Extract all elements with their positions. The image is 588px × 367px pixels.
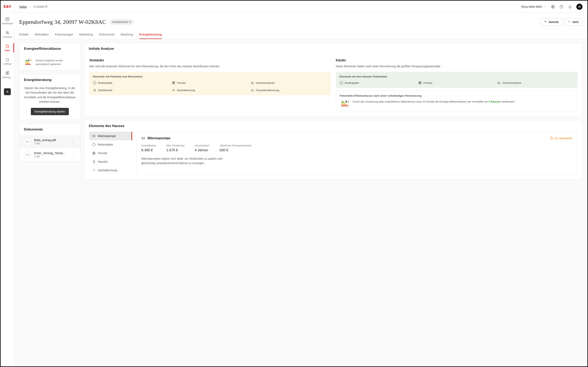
analysis-title: Initiale Analyse	[84, 43, 582, 54]
category-chip-label: Straßenkartei	[112, 20, 128, 24]
bell-icon[interactable]	[568, 4, 572, 9]
start-advice-button[interactable]: Energieberatung starten	[31, 108, 69, 115]
svg-point-3	[8, 32, 9, 33]
svg-point-8	[568, 21, 568, 22]
warning-icon	[550, 136, 553, 140]
page-title: Eppendorfweg 34, 20097 W-02K8AC	[19, 19, 106, 25]
advice-card-title: Energieberatung	[19, 74, 80, 86]
sidebar-item-label: Develop...	[2, 76, 12, 78]
shop-selector-label: Shop Mitte MMC	[521, 5, 543, 8]
breadcrumb: Sales › D-000G7F	[19, 5, 48, 8]
sidebar-item-lettings[interactable]: Lettings	[1, 57, 14, 65]
sidebar-item-sales[interactable]: Sales	[1, 44, 14, 52]
seller-heading: Verkäufer	[89, 58, 331, 62]
more-button-label: Mehr	[572, 20, 579, 24]
activity-button[interactable]: Aktivität	[540, 18, 562, 26]
documents-card-title: Dokumente	[19, 124, 80, 135]
svg-rect-16	[339, 81, 343, 85]
document-more-button[interactable]: ⋮	[71, 139, 76, 144]
plus-icon: +	[6, 90, 9, 94]
svg-rect-15	[174, 83, 175, 84]
svg-rect-29	[142, 137, 145, 139]
detail-title: Wärmepumpe	[141, 136, 170, 140]
breadcrumb-root[interactable]: Sales	[19, 5, 27, 8]
sidebar-item-dashboard[interactable]: 31 Dashboard	[1, 17, 14, 25]
plus-icon	[544, 20, 547, 24]
house-icon	[5, 57, 9, 62]
efficiency-letter: G	[28, 59, 30, 62]
element-list-item-bodenplatte[interactable]: Bodenplatte	[89, 140, 132, 149]
tab-details[interactable]: Details	[19, 30, 29, 39]
stat-funding: Max Förderung1.670 €	[166, 144, 184, 152]
element-list-item-haustuer[interactable]: Haustür	[89, 157, 132, 166]
globe-icon[interactable]	[551, 4, 555, 9]
element-bodenplatte: Bodenplatte	[339, 81, 416, 85]
tab-aktivitaeten[interactable]: Aktivitäten	[35, 30, 49, 39]
buildings-icon	[5, 71, 9, 75]
document-row[interactable]: PDF Enter_Vertrag_Templ... 3 MB ⋮	[19, 148, 80, 161]
topbar: Sales › D-000G7F Shop Mitte MMC JD	[14, 1, 587, 13]
element-list-item-dachdaemmung[interactable]: Dachdämmung	[89, 166, 132, 175]
element-geschossdecke: Geschossdecke	[497, 81, 574, 85]
tab-matching[interactable]: Matching	[121, 30, 133, 39]
tabs: Details Aktivitäten Fotomanager Marketin…	[19, 30, 582, 39]
avatar[interactable]: JD	[576, 4, 582, 10]
help-icon[interactable]	[559, 4, 564, 9]
potential-text: Durch die Umsetzung aller empfohlenen Ma…	[353, 100, 515, 104]
svg-rect-17	[419, 82, 420, 83]
category-chip[interactable]: Straßenkartei ▾	[109, 19, 134, 25]
svg-rect-26	[94, 153, 95, 154]
svg-rect-14	[172, 83, 173, 84]
element-dachfenster: Dachfenster	[93, 88, 170, 92]
caret-down-icon: ▾	[130, 20, 131, 24]
svg-rect-12	[172, 82, 173, 83]
pdf-icon: PDF	[24, 151, 31, 158]
page-header: Eppendorfweg 34, 20097 W-02K8AC Straßenk…	[14, 13, 587, 39]
element-dachdaemmung: Dachdämmung	[172, 88, 249, 92]
buyer-elements-box: Elemente mit den meisten Potentialen Bod…	[336, 72, 578, 88]
documents-card: Dokumente PDF Bafa_antrag.pdf 3 MB ⋮ PDF	[19, 124, 80, 161]
tab-marketing[interactable]: Marketing	[79, 30, 93, 39]
tab-energieberatung[interactable]: Energieberatung	[139, 30, 162, 39]
calendar-icon: 31	[5, 17, 9, 21]
breadcrumb-id: D-000G7F	[34, 5, 48, 8]
svg-rect-4	[6, 72, 7, 75]
efficiency-note: Dieses Ergebnis wurde automatisch generi…	[35, 59, 76, 66]
people-icon	[5, 30, 9, 35]
element-list-item-heatpump[interactable]: Wärmepumpe	[89, 132, 132, 140]
tab-fotomanager[interactable]: Fotomanager	[55, 30, 73, 39]
seller-elements-box: Elemente mit Potential zum Renovieren Bo…	[89, 72, 331, 95]
svg-point-28	[94, 161, 95, 162]
potential-dot	[348, 101, 349, 102]
svg-rect-25	[93, 153, 94, 154]
shop-selector[interactable]: Shop Mitte MMC	[521, 5, 546, 8]
element-list-item-fenster[interactable]: Fenster	[89, 149, 132, 157]
potential-box: Potentielle Effizienzklasse nach einer v…	[336, 91, 578, 111]
svg-rect-11	[93, 81, 96, 85]
element-fenster: Fenster	[172, 81, 249, 85]
element-fenster: Fenster	[418, 81, 495, 85]
document-more-button[interactable]: ⋮	[71, 152, 76, 157]
chevron-right-icon: ›	[30, 5, 31, 8]
document-row[interactable]: PDF Bafa_antrag.pdf 3 MB ⋮	[19, 135, 80, 148]
svg-rect-23	[93, 152, 94, 153]
element-fassadendaemmung: Fassadendämmung	[251, 88, 327, 92]
document-name: Enter_Vertrag_Templ...	[34, 151, 68, 155]
house-sale-icon	[5, 44, 9, 48]
add-button[interactable]: +	[4, 88, 11, 95]
sidebar-item-developments[interactable]: Develop...	[1, 71, 14, 78]
element-detail: Wärmepumpe Zu renovieren Investitionen8.…	[136, 132, 577, 175]
document-size: 3 MB	[34, 155, 68, 158]
sidebar-item-contacts[interactable]: Contacts	[1, 30, 14, 38]
sidebar: E&V 31 Dashboard Contacts Sales Lettings…	[1, 1, 14, 366]
potential-letter: B	[346, 100, 347, 103]
sidebar-item-label: Contacts	[3, 36, 12, 38]
efficiency-rating-badge: G	[24, 58, 32, 67]
tab-dokumente[interactable]: Dokumente	[99, 30, 114, 39]
potential-rating-badge: B	[340, 100, 350, 108]
seller-column: Verkäufer Hier sind die teuersten Elemen…	[89, 58, 331, 111]
svg-point-9	[569, 21, 569, 22]
document-name: Bafa_antrag.pdf	[34, 138, 68, 142]
element-geschossdecke: Geschossdecke	[251, 81, 327, 85]
more-button[interactable]: Mehr	[564, 18, 582, 26]
